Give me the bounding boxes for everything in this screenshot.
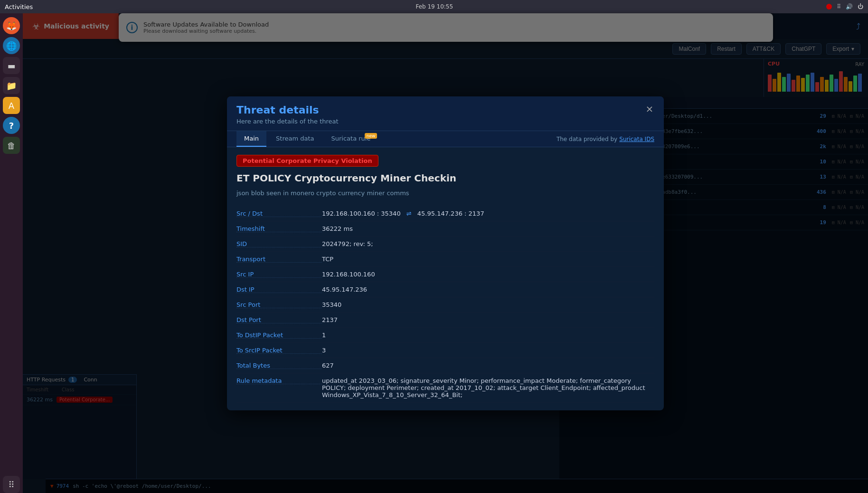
detail-value-text: TCP — [322, 256, 333, 263]
dst-value: 45.95.147.236 : 2137 — [417, 210, 484, 217]
detail-value-text: 36222 ms — [322, 225, 353, 232]
modal-subtitle: Here are the details of the threat — [236, 118, 654, 125]
software-icon[interactable]: A — [3, 97, 20, 114]
detail-value: 627 — [322, 362, 654, 369]
power-icon: ⏻ — [858, 3, 863, 10]
detail-label: Dst IP — [236, 286, 322, 293]
detail-label: Timeshift — [236, 225, 322, 232]
detail-row: SID 2024792; rev: 5; — [236, 237, 654, 252]
detail-value-text: 2024792; rev: 5; — [322, 240, 373, 247]
detail-value: 192.168.100.160 — [322, 271, 654, 278]
detail-label: Transport — [236, 256, 322, 263]
detail-label: Src / Dst — [236, 210, 322, 217]
new-badge: new — [365, 133, 377, 139]
status-dot — [826, 4, 832, 9]
volume-icon: 🔊 — [846, 3, 853, 10]
threat-badge: Potential Corporate Privacy Violation — [236, 155, 378, 167]
detail-row: Src IP 192.168.100.160 — [236, 267, 654, 282]
detail-row: Src Port 35340 — [236, 297, 654, 313]
modal-header: Threat details Here are the details of t… — [227, 96, 664, 131]
suricata-link[interactable]: Suricata IDS — [619, 132, 654, 146]
detail-label: Dst Port — [236, 316, 322, 323]
detail-value: 2024792; rev: 5; — [322, 240, 654, 247]
detail-value-text: 45.95.147.236 — [322, 286, 367, 293]
activities-label[interactable]: Activities — [5, 3, 33, 10]
detail-value-text: 35340 — [322, 301, 341, 308]
threat-details-modal: Threat details Here are the details of t… — [227, 96, 664, 410]
modal-details: Src / Dst 192.168.100.160 : 35340 ⇌ 45.9… — [236, 206, 654, 403]
detail-row: Timeshift 36222 ms — [236, 221, 654, 237]
swap-icon: ⇌ — [405, 210, 414, 217]
tab-stream-data[interactable]: Stream data — [268, 131, 321, 147]
detail-value-text: 2137 — [322, 316, 338, 323]
detail-row: Transport TCP — [236, 252, 654, 267]
firefox-icon[interactable]: 🦊 — [3, 17, 20, 34]
detail-label: Src Port — [236, 301, 322, 308]
detail-value: 1 — [322, 332, 654, 339]
detail-value: 2137 — [322, 316, 654, 323]
top-bar-icons: ⠿ 🔊 ⏻ — [826, 3, 863, 10]
modal-close-button[interactable]: × — [643, 102, 656, 115]
detail-label: To SrcIP Packet — [236, 347, 322, 354]
grid-icon[interactable]: ⠿ — [3, 476, 20, 493]
provided-by-area: The data provided by Suricata IDS — [557, 135, 654, 142]
terminal-icon[interactable]: ▬ — [3, 57, 20, 74]
tab-main[interactable]: Main — [236, 131, 266, 147]
threat-desc: json blob seen in monero crypto currency… — [236, 190, 654, 197]
detail-value-text: 192.168.100.160 — [322, 271, 375, 278]
tab-suricata-rule[interactable]: Suricata rule new — [324, 131, 378, 147]
left-sidebar: 🦊 🌐 ▬ 📁 A ? 🗑 ⠿ — [0, 13, 23, 493]
detail-value: 192.168.100.160 : 35340 ⇌ 45.95.147.236 … — [322, 210, 654, 217]
detail-row: Dst Port 2137 — [236, 313, 654, 328]
detail-value: TCP — [322, 256, 654, 263]
help-icon[interactable]: ? — [3, 117, 20, 134]
files-icon[interactable]: 📁 — [3, 77, 20, 94]
detail-row: Src / Dst 192.168.100.160 : 35340 ⇌ 45.9… — [236, 206, 654, 221]
browser-icon[interactable]: 🌐 — [3, 37, 20, 54]
tabs-left: Main Stream data Suricata rule new — [236, 131, 378, 147]
detail-row: To DstIP Packet 1 — [236, 328, 654, 343]
modal-overlay: Threat details Here are the details of t… — [23, 13, 868, 493]
detail-value: 45.95.147.236 — [322, 286, 654, 293]
date-time: Feb 19 10:55 — [42, 3, 826, 10]
detail-value-text: 1 — [322, 332, 326, 339]
network-icon: ⠿ — [837, 3, 841, 10]
detail-value-text: 627 — [322, 362, 334, 369]
detail-value: 35340 — [322, 301, 654, 308]
detail-row: To SrcIP Packet 3 — [236, 343, 654, 358]
src-value: 192.168.100.160 : 35340 — [322, 210, 401, 217]
provided-by-text: The data provided by — [557, 136, 617, 142]
detail-value-text: 3 — [322, 347, 326, 354]
detail-label: To DstIP Packet — [236, 332, 322, 339]
detail-label: Total Bytes — [236, 362, 322, 369]
detail-row: Dst IP 45.95.147.236 — [236, 282, 654, 297]
detail-row: Rule metadata updated_at 2023_03_06; sig… — [236, 373, 654, 403]
detail-label: Src IP — [236, 271, 322, 278]
detail-value: 3 — [322, 347, 654, 354]
top-bar: Activities Feb 19 10:55 ⠿ 🔊 ⏻ — [0, 0, 868, 13]
detail-row: Total Bytes 627 — [236, 358, 654, 373]
detail-value: 36222 ms — [322, 225, 654, 232]
trash-icon[interactable]: 🗑 — [3, 137, 20, 154]
threat-name: ET POLICY Cryptocurrency Miner Checkin — [236, 172, 654, 184]
modal-body: Potential Corporate Privacy Violation ET… — [227, 147, 664, 410]
modal-title: Threat details — [236, 104, 654, 116]
detail-label: Rule metadata — [236, 377, 322, 384]
detail-value-text: updated_at 2023_03_06; signature_severit… — [322, 377, 645, 398]
modal-tabs: Main Stream data Suricata rule new The d… — [227, 131, 664, 147]
detail-label: SID — [236, 240, 322, 247]
detail-value: updated_at 2023_03_06; signature_severit… — [322, 377, 654, 398]
